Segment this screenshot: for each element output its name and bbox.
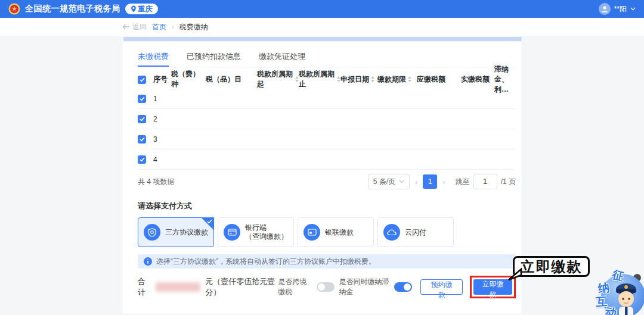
breadcrumb-separator: › <box>172 23 174 30</box>
user-avatar <box>599 3 611 15</box>
row-checkbox[interactable] <box>138 135 146 144</box>
sort-icon[interactable] <box>408 76 411 82</box>
cross-border-label: 是否跨境缴税 <box>278 277 311 297</box>
toggle-group: 是否跨境缴税 是否同时缴纳滞纳金 <box>278 277 412 297</box>
page-suffix: /1 页 <box>501 177 516 187</box>
payment-method-label: 银行端 （查询缴款） <box>245 223 288 241</box>
user-name: **阳 <box>614 4 627 14</box>
prev-page-button[interactable]: ‹ <box>415 177 417 186</box>
scrolled-banner-edge <box>123 37 522 41</box>
payment-method-label: 银联缴款 <box>325 228 354 237</box>
col-deadline: 缴款期限 <box>377 74 417 85</box>
late-fee-toggle[interactable] <box>394 282 412 292</box>
col-tax-item: 税（品）目 <box>206 74 257 85</box>
arrow-left-icon <box>122 24 130 30</box>
jump-label: 跳至 <box>456 177 470 187</box>
row-checkbox[interactable] <box>138 155 146 164</box>
page-size-value: 5 条/页 <box>373 177 395 187</box>
tab-bar: 未缴税费 已预约扣款信息 缴款凭证处理 <box>138 48 516 67</box>
back-label: 返回 <box>132 22 147 32</box>
row-index: 4 <box>153 155 171 164</box>
total-label: 合计 <box>138 276 151 298</box>
location-pin-icon <box>131 5 137 13</box>
tab-unpaid-taxes[interactable]: 未缴税费 <box>138 48 169 67</box>
payment-method-cloud-quickpass[interactable]: 云闪付 <box>377 217 454 247</box>
pagination: 共 4 项数据 5 条/页 ‹ 1 › 跳至 /1 页 <box>138 170 516 194</box>
callout-text: 立即缴款 <box>521 257 583 276</box>
app-title: 全国统一规范电子税务局 <box>25 4 120 14</box>
breadcrumb: 返回 首页 › 税费缴纳 <box>122 18 208 36</box>
location-switcher[interactable]: 重庆 <box>125 4 158 14</box>
jump-page-input[interactable] <box>473 174 497 189</box>
late-fee-label: 是否同时缴纳滞纳金 <box>339 277 390 297</box>
col-declare-date: 申报日期 <box>340 74 377 85</box>
user-menu[interactable]: **阳 <box>599 3 636 15</box>
table-row: 4 <box>138 149 516 170</box>
payment-method-bank-terminal[interactable]: 银行端 （查询缴款） <box>218 217 294 247</box>
page-jump: 跳至 /1 页 <box>456 174 516 189</box>
col-period-start: 税款所属期起 <box>257 69 299 89</box>
info-icon <box>144 257 152 266</box>
reserve-payment-button[interactable]: 预约缴款 <box>420 279 463 295</box>
sort-icon[interactable] <box>371 76 374 82</box>
row-checkbox[interactable] <box>138 95 146 103</box>
payment-method-tripartite[interactable]: 三方协议缴款 <box>138 217 214 247</box>
check-icon <box>207 219 212 224</box>
payment-method-label: 云闪付 <box>405 228 426 237</box>
next-page-button[interactable]: › <box>442 177 445 186</box>
breadcrumb-bar: 返回 首页 › 税费缴纳 <box>0 18 644 36</box>
row-checkbox[interactable] <box>138 115 146 123</box>
select-all-checkbox[interactable] <box>138 76 146 84</box>
col-late-fee: 滞纳金、利… <box>494 64 516 95</box>
app-header: 全国统一规范电子税务局 重庆 **阳 <box>0 0 644 18</box>
toggle-knob <box>404 283 411 291</box>
cloud-icon <box>383 224 400 241</box>
tab-reserved-deduction[interactable]: 已预约扣款信息 <box>187 48 241 67</box>
col-index: 序号 <box>153 74 171 85</box>
card-icon <box>304 224 320 241</box>
summary-row: 合计 元（壹仟零伍拾元壹分） 是否跨境缴税 是否同时缴纳滞纳金 预约缴款 立即缴… <box>138 276 516 298</box>
annotation-callout: 立即缴款 <box>513 256 590 277</box>
row-index: 2 <box>153 115 171 123</box>
bank-card-icon <box>224 224 240 241</box>
breadcrumb-home-link[interactable]: 首页 <box>152 22 166 32</box>
total-unit-text: 元（壹仟零伍拾元壹分） <box>205 276 278 298</box>
redacted-total-amount <box>156 282 200 292</box>
table-row: 1 <box>138 89 516 109</box>
chevron-down-icon <box>630 7 636 11</box>
tab-payment-voucher[interactable]: 缴款凭证处理 <box>259 48 305 67</box>
pagination-total: 共 4 项数据 <box>138 177 368 187</box>
shield-agreement-icon <box>144 224 160 241</box>
col-payable-amount: 应缴税额 <box>417 74 461 85</box>
page-size-select[interactable]: 5 条/页 <box>368 174 410 189</box>
row-index: 1 <box>153 95 171 103</box>
col-paid-amount: 实缴税额 <box>461 74 494 85</box>
payment-methods: 三方协议缴款 银行端 （查询缴款） 银联缴款 云闪付 <box>138 217 516 247</box>
back-button[interactable]: 返回 <box>122 22 147 32</box>
table-row: 2 <box>138 109 516 129</box>
page-number-button[interactable]: 1 <box>423 174 437 189</box>
tax-payment-card: 未缴税费 已预约扣款信息 缴款凭证处理 序号 税（费）种 税（品）目 税款所属期… <box>122 42 522 314</box>
person-icon <box>600 5 609 13</box>
table-row: 3 <box>138 129 516 149</box>
payment-section-title: 请选择支付方式 <box>138 201 516 211</box>
row-index: 3 <box>153 135 171 144</box>
table-header-row: 序号 税（费）种 税（品）目 税款所属期起 税款所属期止 申报日期 缴款期限 应… <box>138 70 516 89</box>
national-emblem-icon <box>8 3 20 15</box>
toggle-knob <box>318 283 325 291</box>
col-period-end: 税款所属期止 <box>299 69 340 89</box>
chevron-down-icon <box>399 180 404 183</box>
payment-method-unionpay[interactable]: 银联缴款 <box>298 217 374 247</box>
notice-banner: 选择“三方协议缴款”，系统将自动从签订的三方协议账户中扣缴税费。 <box>138 254 516 269</box>
location-label: 重庆 <box>138 4 153 14</box>
col-tax-type: 税（费）种 <box>171 69 206 89</box>
breadcrumb-current: 税费缴纳 <box>179 22 208 32</box>
mascot-char: 动 <box>604 304 618 315</box>
cross-border-toggle[interactable] <box>317 282 335 292</box>
notice-text: 选择“三方协议缴款”，系统将自动从签订的三方协议账户中扣缴税费。 <box>156 257 376 267</box>
